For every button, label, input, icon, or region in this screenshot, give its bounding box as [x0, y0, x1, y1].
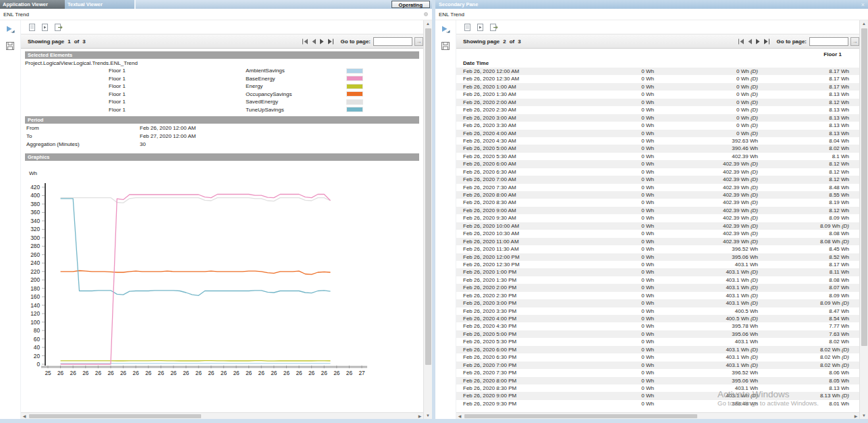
table-cell: 402.39 Wh (D): [654, 222, 758, 230]
table-cell: 8.13 Wh: [758, 106, 849, 114]
legend-color-swatch: [346, 107, 363, 112]
run-report-icon[interactable]: [5, 24, 15, 36]
svg-text:100: 100: [30, 319, 40, 326]
operating-mode-button[interactable]: Operating: [391, 1, 430, 8]
table-cell: Feb 26, 2020 11:30 AM: [463, 245, 564, 253]
table-cell: 8.06 Wh: [758, 369, 849, 376]
section-header-graphics: Graphics: [25, 153, 419, 161]
left-horizontal-scrollbar[interactable]: ◀ ▶: [21, 412, 423, 419]
first-page-button[interactable]: [738, 39, 744, 45]
table-row: Feb 26, 2020 10:30 AM0 Wh402.39 Wh (D)8.…: [456, 230, 859, 237]
report-run-icon[interactable]: [42, 24, 48, 31]
table-cell: Feb 26, 2020 6:00 PM: [463, 346, 564, 353]
table-cell: 0 Wh: [564, 377, 654, 384]
table-cell: 0 Wh (D): [654, 114, 758, 122]
table-cell: Feb 26, 2020 4:00 AM: [463, 130, 564, 137]
table-cell: Feb 26, 2020 5:30 AM: [463, 153, 564, 160]
table-cell: 0 Wh (D): [654, 91, 758, 98]
scroll-right-icon[interactable]: ▶: [416, 414, 423, 418]
document-title: ENL Trend: [3, 11, 424, 18]
svg-text:60: 60: [34, 336, 40, 343]
table-cell: 0 Wh: [564, 400, 654, 407]
prev-page-button[interactable]: [311, 39, 317, 45]
next-page-button[interactable]: [319, 39, 325, 45]
report-export-icon[interactable]: [490, 24, 498, 31]
scroll-up-icon[interactable]: ▲: [860, 20, 868, 27]
svg-text:26: 26: [233, 370, 240, 376]
legend-color-swatch: [346, 99, 363, 105]
next-page-button[interactable]: [755, 39, 761, 45]
goto-page-input[interactable]: [809, 37, 848, 46]
table-cell: Feb 26, 2020 7:30 AM: [463, 184, 564, 191]
legend-location: Floor 1: [109, 99, 246, 105]
svg-text:26: 26: [57, 370, 64, 376]
legend-series-name: AmbientSavings: [246, 68, 346, 74]
scrollbar-thumb[interactable]: [861, 28, 867, 346]
scroll-left-icon[interactable]: ◀: [21, 414, 28, 418]
table-cell: 0 Wh: [564, 353, 654, 361]
right-vertical-scrollbar[interactable]: ▲ ▼: [859, 20, 868, 419]
scrollbar-thumb[interactable]: [425, 28, 431, 365]
table-row: Feb 26, 2020 2:00 PM0 Wh403.1 Wh (D)8.07…: [456, 284, 859, 291]
table-cell: 402.39 Wh (D): [654, 238, 758, 245]
table-cell: Feb 26, 2020 1:00 PM: [463, 268, 564, 276]
table-cell: 0 Wh: [564, 68, 654, 75]
app-window: Application Viewer Textual Viewer Operat…: [0, 0, 868, 423]
save-icon[interactable]: [441, 41, 450, 53]
scroll-down-icon[interactable]: ▼: [424, 412, 432, 419]
scroll-left-icon[interactable]: ◀: [456, 414, 463, 418]
table-cell: Feb 26, 2020 5:30 PM: [463, 338, 564, 345]
table-cell: 0 Wh: [564, 276, 654, 284]
run-report-icon[interactable]: [441, 24, 450, 36]
table-cell: 8.47 Wh: [758, 307, 849, 315]
table-cell: Feb 26, 2020 3:30 AM: [463, 122, 564, 129]
scrollbar-thumb[interactable]: [29, 414, 201, 418]
last-page-button[interactable]: [327, 39, 334, 45]
tab-textual-viewer[interactable]: Textual Viewer: [65, 0, 135, 9]
prev-page-button[interactable]: [747, 39, 753, 45]
svg-text:360: 360: [30, 209, 40, 216]
table-cell: 0 Wh: [564, 75, 654, 82]
report-run-icon[interactable]: [477, 24, 483, 31]
chart-series-Energy: [61, 361, 331, 362]
secondary-pane: Secondary Pane × ENL Trend: [435, 0, 868, 419]
left-vertical-scrollbar[interactable]: ▲ ▼: [423, 20, 432, 419]
goto-page-button[interactable]: →: [850, 37, 859, 46]
scroll-up-icon[interactable]: ▲: [424, 20, 432, 27]
paging-text: Showing page1of3: [21, 39, 86, 45]
application-viewer-pane: Application Viewer Textual Viewer Operat…: [0, 0, 432, 419]
table-row: Feb 26, 2020 5:00 AM0 Wh390.46 Wh8.02 Wh: [456, 145, 859, 152]
report-page-icon[interactable]: [464, 24, 470, 31]
save-icon[interactable]: [6, 41, 14, 53]
table-cell: Feb 26, 2020 5:00 AM: [463, 145, 564, 152]
table-cell: 8.07 Wh: [758, 284, 849, 291]
legend-row: Floor 1BaseEnergy: [21, 75, 423, 83]
report-export-icon[interactable]: [55, 24, 63, 31]
report-page-icon[interactable]: [29, 24, 35, 31]
table-cell: 0 Wh: [564, 369, 654, 376]
period-value: 30: [140, 141, 146, 147]
goto-page-button[interactable]: →: [414, 37, 423, 46]
scrollbar-thumb[interactable]: [464, 414, 697, 418]
table-cell: Feb 26, 2020 7:00 AM: [463, 176, 564, 183]
table-cell: 8.13 Wh: [758, 384, 849, 392]
scroll-right-icon[interactable]: ▶: [852, 414, 859, 418]
goto-page-label: Go to page:: [341, 39, 371, 45]
first-page-button[interactable]: [302, 39, 308, 45]
table-cell: 0 Wh (D): [654, 99, 758, 106]
table-cell: 0 Wh: [564, 191, 654, 199]
last-page-button[interactable]: [763, 39, 770, 45]
table-row: Feb 26, 2020 7:30 PM0 Wh396.52 Wh8.06 Wh: [456, 369, 859, 376]
trend-chart: 0204060801001201401601802002202402602803…: [25, 178, 373, 378]
right-horizontal-scrollbar[interactable]: ◀ ▶: [456, 412, 859, 419]
scroll-down-icon[interactable]: ▼: [860, 412, 868, 419]
table-cell: Feb 26, 2020 2:30 PM: [463, 292, 564, 299]
table-cell: 0 Wh: [564, 160, 654, 168]
tab-application-viewer[interactable]: Application Viewer: [0, 0, 65, 9]
goto-page-input[interactable]: [373, 37, 412, 46]
svg-text:26: 26: [259, 370, 265, 376]
svg-text:26: 26: [95, 370, 102, 376]
table-cell: 0 Wh: [564, 261, 654, 268]
table-cell: 8.13 Wh: [758, 91, 849, 98]
close-icon[interactable]: ×: [861, 1, 868, 8]
